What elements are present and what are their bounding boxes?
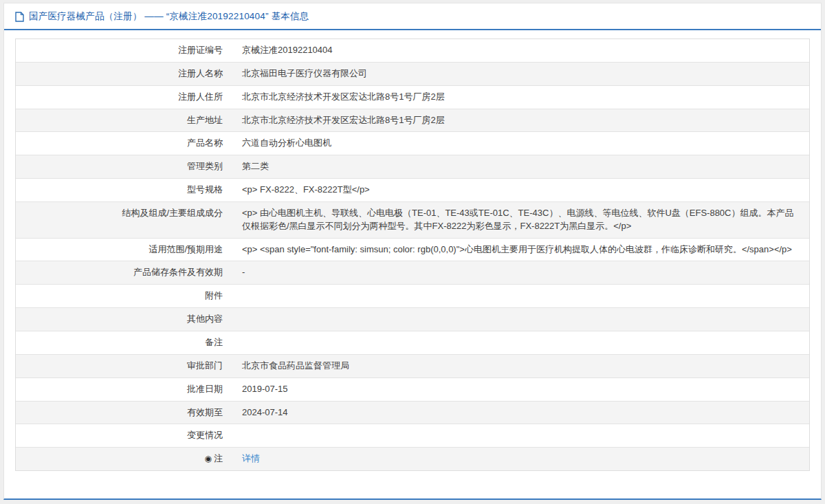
page-title: 国产医疗器械产品（注册） —— “京械注准20192210404” 基本信息 bbox=[29, 10, 309, 23]
row-value bbox=[232, 331, 809, 354]
table-row: ◉注 详情 bbox=[16, 448, 809, 470]
table-row: 批准日期 2019-07-15 bbox=[16, 378, 809, 402]
detail-link[interactable]: 详情 bbox=[242, 453, 260, 463]
row-value bbox=[232, 308, 809, 331]
table-row: 适用范围/预期用途 <p> <span style="font-family: … bbox=[16, 239, 809, 262]
row-label: 注册人住所 bbox=[16, 86, 232, 109]
row-value: 2019-07-15 bbox=[232, 378, 809, 401]
row-label: 产品名称 bbox=[16, 132, 232, 155]
page-background: 国产医疗器械产品（注册） —— “京械注准20192210404” 基本信息 注… bbox=[0, 0, 825, 504]
table-row: 型号规格 <p> FX-8222、FX-8222T型</p> bbox=[16, 179, 809, 202]
row-label: 变更情况 bbox=[16, 424, 232, 447]
info-table: 注册证编号 京械注准20192210404 注册人名称 北京福田电子医疗仪器有限… bbox=[15, 39, 810, 471]
table-row: 注册证编号 京械注准20192210404 bbox=[16, 39, 809, 63]
row-label: 型号规格 bbox=[16, 179, 232, 201]
table-row: 产品储存条件及有效期 - bbox=[16, 261, 809, 285]
row-label: 附件 bbox=[16, 285, 232, 307]
row-label: 适用范围/预期用途 bbox=[16, 239, 232, 261]
row-value: <p> 由心电图机主机、导联线、心电电极（TE-01、TE-43或TE-01C、… bbox=[232, 202, 809, 238]
row-label: 注册人名称 bbox=[16, 63, 232, 85]
content-container: 国产医疗器械产品（注册） —— “京械注准20192210404” 基本信息 注… bbox=[3, 3, 822, 500]
table-row: 产品名称 六道自动分析心电图机 bbox=[16, 132, 809, 155]
document-icon bbox=[15, 12, 24, 22]
table-row: 结构及组成/主要组成成分 <p> 由心电图机主机、导联线、心电电极（TE-01、… bbox=[16, 202, 809, 239]
row-value: <p> <span style="font-family: simsun; co… bbox=[232, 239, 809, 261]
row-value: <p> FX-8222、FX-8222T型</p> bbox=[232, 179, 809, 201]
row-value: 六道自动分析心电图机 bbox=[232, 132, 809, 155]
row-label: 产品储存条件及有效期 bbox=[16, 261, 232, 284]
row-value bbox=[232, 424, 809, 447]
table-row: 附件 bbox=[16, 285, 809, 308]
table-row: 注册人名称 北京福田电子医疗仪器有限公司 bbox=[16, 63, 809, 86]
row-value: 北京市北京经济技术开发区宏达北路8号1号厂房2层 bbox=[232, 86, 809, 109]
row-label: 其他内容 bbox=[16, 308, 232, 331]
table-row: 管理类别 第二类 bbox=[16, 155, 809, 179]
row-label: 结构及组成/主要组成成分 bbox=[16, 202, 232, 238]
table-row: 其他内容 bbox=[16, 308, 809, 331]
row-value: - bbox=[232, 261, 809, 284]
row-value: 京械注准20192210404 bbox=[232, 39, 809, 62]
page-header: 国产医疗器械产品（注册） —— “京械注准20192210404” 基本信息 bbox=[4, 3, 821, 30]
table-row: 变更情况 bbox=[16, 424, 809, 448]
row-label: 有效期至 bbox=[16, 402, 232, 424]
row-value: 2024-07-14 bbox=[232, 402, 809, 424]
row-label: ◉注 bbox=[16, 448, 232, 470]
row-value: 北京市北京经济技术开发区宏达北路8号1号厂房2层 bbox=[232, 109, 809, 132]
row-value: 详情 bbox=[232, 448, 809, 470]
row-label: 管理类别 bbox=[16, 155, 232, 178]
row-value: 北京市食品药品监督管理局 bbox=[232, 355, 809, 377]
row-value: 北京福田电子医疗仪器有限公司 bbox=[232, 63, 809, 85]
table-row: 有效期至 2024-07-14 bbox=[16, 402, 809, 425]
row-label: 注册证编号 bbox=[16, 39, 232, 62]
row-value bbox=[232, 285, 809, 307]
note-icon: ◉ bbox=[205, 453, 212, 465]
table-row: 注册人住所 北京市北京经济技术开发区宏达北路8号1号厂房2层 bbox=[16, 86, 809, 109]
row-label: 审批部门 bbox=[16, 355, 232, 377]
row-value: 第二类 bbox=[232, 155, 809, 178]
table-row: 备注 bbox=[16, 331, 809, 355]
table-row: 审批部门 北京市食品药品监督管理局 bbox=[16, 355, 809, 378]
row-label: 生产地址 bbox=[16, 109, 232, 132]
row-label: 批准日期 bbox=[16, 378, 232, 401]
row-label: 备注 bbox=[16, 331, 232, 354]
table-row: 生产地址 北京市北京经济技术开发区宏达北路8号1号厂房2层 bbox=[16, 109, 809, 133]
